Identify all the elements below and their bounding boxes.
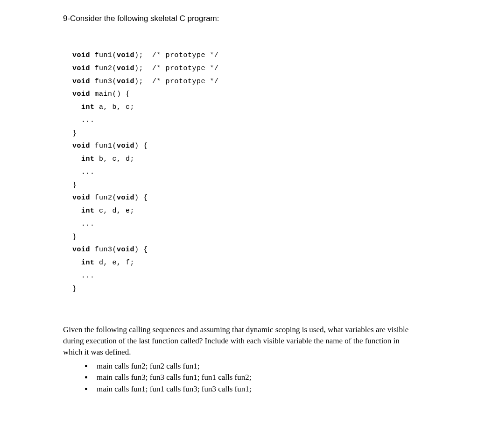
- code-line: ...: [72, 166, 415, 179]
- code-line: int d, e, f;: [72, 256, 415, 270]
- code-line: void main() {: [72, 88, 415, 101]
- code-line: }: [72, 231, 415, 244]
- code-line: int a, b, c;: [72, 101, 415, 114]
- code-line: }: [72, 179, 415, 192]
- code-line: void fun1(void) {: [72, 140, 415, 153]
- code-line: ...: [72, 218, 415, 231]
- code-line: void fun2(void) {: [72, 192, 415, 205]
- code-line: }: [72, 127, 415, 140]
- code-line: void fun3(void); /* prototype */: [72, 75, 415, 88]
- bullet-item: main calls fun2; fun2 calls fun1;: [93, 361, 415, 372]
- code-line: void fun3(void) {: [72, 243, 415, 256]
- code-line: void fun1(void); /* prototype */: [72, 49, 415, 62]
- bullet-item: main calls fun1; fun1 calls fun3; fun3 c…: [93, 384, 415, 395]
- code-block: void fun1(void); /* prototype */ void fu…: [72, 49, 415, 295]
- question-header: 9-Consider the following skeletal C prog…: [63, 14, 415, 23]
- bullet-list: main calls fun2; fun2 calls fun1; main c…: [93, 361, 415, 395]
- code-line: int b, c, d;: [72, 153, 415, 166]
- code-line: int c, d, e;: [72, 205, 415, 218]
- code-line: ...: [72, 270, 415, 283]
- bullet-item: main calls fun3; fun3 calls fun1; fun1 c…: [93, 372, 415, 383]
- code-line: ...: [72, 114, 415, 127]
- question-text: Given the following calling sequences an…: [63, 324, 415, 357]
- code-line: }: [72, 283, 415, 296]
- code-line: void fun2(void); /* prototype */: [72, 62, 415, 75]
